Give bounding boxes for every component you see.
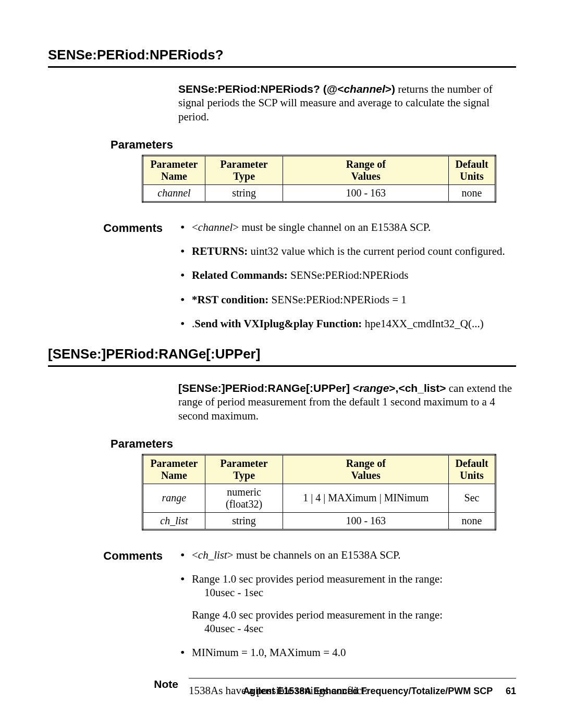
- section1-comments-label-col: Comments: [93, 220, 179, 235]
- page: SENSe:PERiod:NPERiods? SENSe:PERiod:NPER…: [0, 0, 563, 698]
- td-name: ch_list: [143, 512, 205, 529]
- section2-comments-label-col: Comments: [93, 548, 179, 563]
- td-name: channel: [143, 184, 205, 202]
- section2-params-row: Parameters: [48, 437, 516, 451]
- section2-comments-content: <ch_list> must be channels on an E1538A …: [179, 548, 516, 660]
- section2-heading: [SENSe:]PERiod:RANGe[:UPPer]: [48, 346, 516, 362]
- section1-params-row: Parameters: [48, 138, 516, 152]
- table-row: ch_list string 100 - 163 none: [143, 512, 496, 529]
- page-footer: Agilent E1538A Enhanced Frequency/Totali…: [48, 686, 516, 697]
- section2-comments-label: Comments: [103, 549, 163, 562]
- section2-param-table: ParameterName ParameterType Range ofValu…: [142, 454, 496, 530]
- footer-title: Agilent E1538A Enhanced Frequency/Totali…: [243, 686, 493, 696]
- td-range: 1 | 4 | MAXimum | MINimum: [283, 484, 449, 512]
- th-param-type: ParameterType: [205, 454, 283, 484]
- section1-comments-content: <channel> must be single channel on an E…: [179, 220, 516, 330]
- section1-heading: SENSe:PERiod:NPERiods?: [48, 47, 516, 63]
- th-range: Range ofValues: [283, 155, 449, 184]
- td-name: range: [143, 484, 205, 512]
- th-param-name: ParameterName: [143, 454, 205, 484]
- th-units: DefaultUnits: [449, 454, 496, 484]
- range-subvalue: 10usec - 1sec: [204, 586, 513, 599]
- table-row: range numeric (float32) 1 | 4 | MAXimum …: [143, 484, 496, 512]
- th-param-name: ParameterName: [143, 155, 205, 184]
- th-range: Range ofValues: [283, 454, 449, 484]
- list-item: Related Commands: SENSe:PERiod:NPERiods: [190, 268, 513, 282]
- td-type: string: [205, 512, 283, 529]
- section1-cmd-after: >): [385, 83, 395, 95]
- td-units: Sec: [449, 484, 496, 512]
- section2-cmd-arg: range: [359, 382, 389, 394]
- list-item: <channel> must be single channel on an E…: [190, 220, 513, 234]
- td-type: string: [205, 184, 283, 202]
- page-number: 61: [506, 686, 516, 697]
- section1-comments-row: Comments <channel> must be single channe…: [48, 220, 516, 330]
- section1-cmd-name: SENSe:PERiod:NPERiods? (@<: [178, 83, 344, 95]
- list-item: MINimum = 1.0, MAXimum = 4.0: [190, 646, 513, 659]
- section2-cmd-mid: >,<ch_list>: [389, 382, 446, 394]
- range-subvalue2: 40usec - 4sec: [204, 622, 513, 635]
- list-item: .Send with VXIplug&play Function: hpe14X…: [190, 317, 513, 330]
- td-range: 100 - 163: [283, 184, 449, 202]
- td-units: none: [449, 184, 496, 202]
- td-type: numeric (float32): [205, 484, 283, 512]
- td-units: none: [449, 512, 496, 529]
- section2-comments-row: Comments <ch_list> must be channels on a…: [48, 548, 516, 660]
- section1-rule: [48, 66, 516, 68]
- table-header-row: ParameterName ParameterType Range ofValu…: [143, 155, 496, 184]
- section2-cmd-name: [SENSe:]PERiod:RANGe[:UPPer] <: [178, 382, 359, 394]
- section1-comments-label: Comments: [103, 221, 163, 235]
- th-units: DefaultUnits: [449, 155, 496, 184]
- list-item: RETURNS: uint32 value which is the curre…: [190, 244, 513, 258]
- section1-description: SENSe:PERiod:NPERiods? (@<channel>) retu…: [178, 82, 513, 124]
- list-item: Range 1.0 sec provides period measuremen…: [190, 572, 513, 635]
- section2-rule: [48, 365, 516, 367]
- th-param-type: ParameterType: [205, 155, 283, 184]
- table-header-row: ParameterName ParameterType Range ofValu…: [143, 454, 496, 484]
- section2-description: [SENSe:]PERiod:RANGe[:UPPer] <range>,<ch…: [178, 381, 513, 423]
- td-range: 100 - 163: [283, 512, 449, 529]
- section1-params-label: Parameters: [111, 138, 173, 152]
- list-item: <ch_list> must be channels on an E1538A …: [190, 548, 513, 562]
- section1-param-table: ParameterName ParameterType Range ofValu…: [142, 155, 496, 203]
- table-row: channel string 100 - 163 none: [143, 184, 496, 202]
- section1-cmd-arg: channel: [344, 83, 385, 95]
- list-item: *RST condition: SENSe:PERiod:NPERiods = …: [190, 293, 513, 306]
- range-block2: Range 4.0 sec provides period measuremen…: [192, 608, 513, 636]
- section2-params-label: Parameters: [111, 437, 173, 451]
